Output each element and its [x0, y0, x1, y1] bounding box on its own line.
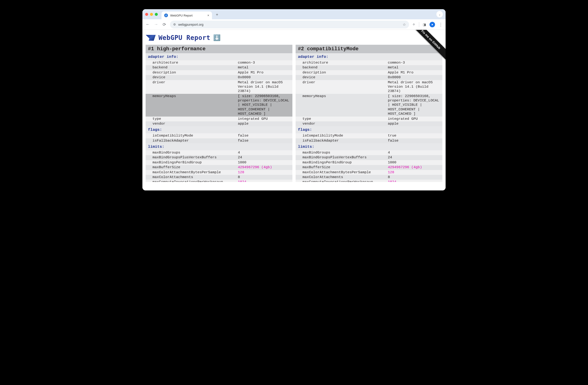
data-row: maxComputeInvocationsPerWorkgroup1024: [146, 180, 292, 182]
section-rows: maxBindGroups4maxBindGroupsPlusVertexBuf…: [296, 150, 442, 182]
row-key: maxBindGroups: [302, 151, 388, 155]
row-value: common-3: [238, 60, 290, 65]
row-key: type: [152, 117, 238, 121]
row-key: maxBufferSize: [152, 165, 238, 170]
data-row: vendorapple: [146, 121, 292, 126]
kebab-menu-icon[interactable]: ⋮: [439, 22, 443, 27]
tab-title: WebGPU Report: [170, 14, 192, 17]
row-key: maxColorAttachments: [302, 175, 388, 179]
row-value: 1024: [238, 180, 290, 182]
row-value: apple: [388, 122, 440, 126]
minimize-window-button[interactable]: [150, 13, 153, 16]
forward-button[interactable]: →: [153, 22, 158, 27]
row-value: 24: [238, 155, 290, 160]
address-bar[interactable]: ⚙ webgpureport.org ☆: [170, 21, 409, 28]
data-row: driverMetal driver on macOS Version 14.1…: [296, 80, 442, 94]
row-key: description: [302, 70, 388, 75]
section-rows: architecturecommon-3backendmetaldescript…: [146, 60, 292, 126]
row-key: isFallbackAdapter: [302, 139, 388, 143]
close-tab-button[interactable]: ×: [208, 14, 209, 17]
report-columns: #1 high-performanceadapter info:architec…: [142, 45, 446, 182]
webgpu-logo-icon: [146, 35, 156, 41]
data-row: vendorapple: [296, 121, 442, 126]
page-header: WebGPU Report ⬇️: [142, 30, 446, 45]
extensions-icon[interactable]: ✧: [412, 22, 415, 27]
row-key: backend: [302, 65, 388, 70]
section-header: adapter info:: [146, 53, 292, 60]
row-value: [ size: 22906503168, properties: DEVICE_…: [388, 94, 440, 116]
row-key: architecture: [302, 60, 388, 65]
data-row: maxBindGroups4: [146, 150, 292, 155]
report-column: #2 compatibilityModeadapter info:archite…: [296, 45, 442, 182]
row-value: Apple M1 Pro: [238, 70, 290, 75]
back-button[interactable]: ←: [145, 22, 150, 27]
row-key: memoryHeaps: [302, 94, 388, 116]
browser-toolbar: ← → ⟳ ⚙ webgpureport.org ☆ ✧ ◨ ● ⋮: [142, 19, 446, 30]
row-value: Metal driver on macOS Version 14.1 (Buil…: [388, 80, 440, 94]
data-row: device0x0000: [296, 75, 442, 80]
bookmark-star-icon[interactable]: ☆: [403, 22, 406, 27]
url-text: webgpureport.org: [178, 23, 204, 26]
row-key: vendor: [152, 122, 238, 126]
new-tab-button[interactable]: +: [214, 12, 220, 18]
row-key: maxBufferSize: [302, 165, 388, 170]
data-row: maxBindingsPerBindGroup1000: [146, 160, 292, 165]
row-value: false: [238, 134, 290, 138]
data-row: maxColorAttachments8: [146, 175, 292, 180]
data-row: maxComputeInvocationsPerWorkgroup1024: [296, 180, 442, 182]
row-key: maxComputeInvocationsPerWorkgroup: [302, 180, 388, 182]
section-rows: maxBindGroups4maxBindGroupsPlusVertexBuf…: [146, 150, 292, 182]
close-window-button[interactable]: [145, 13, 148, 16]
row-key: maxColorAttachmentBytesPerSample: [302, 170, 388, 174]
row-key: maxBindGroups: [152, 151, 238, 155]
row-value: Metal driver on macOS Version 14.1 (Buil…: [238, 80, 290, 94]
row-key: architecture: [152, 60, 238, 65]
section-header: flags:: [146, 126, 292, 133]
row-value: 128: [238, 170, 290, 174]
data-row: descriptionApple M1 Pro: [146, 70, 292, 75]
section-header: limits:: [296, 143, 442, 150]
row-key: vendor: [302, 122, 388, 126]
page-title: WebGPU Report: [158, 34, 210, 41]
row-value: 24: [388, 155, 440, 160]
data-row: maxBindGroupsPlusVertexBuffers24: [146, 155, 292, 160]
download-icon[interactable]: ⬇️: [213, 34, 220, 41]
page-content: Fix me on GitHub WebGPU Report ⬇️ #1 hig…: [142, 30, 446, 191]
data-row: device0x0000: [146, 75, 292, 80]
row-value: apple: [238, 122, 290, 126]
data-row: maxColorAttachmentBytesPerSample128: [296, 170, 442, 175]
column-header: #2 compatibilityMode: [296, 45, 442, 53]
data-row: isCompatibilityModefalse: [146, 133, 292, 138]
row-key: maxBindGroupsPlusVertexBuffers: [152, 155, 238, 160]
row-key: maxColorAttachments: [152, 175, 238, 179]
profile-avatar[interactable]: ●: [430, 22, 435, 27]
row-key: device: [152, 75, 238, 80]
data-row: isCompatibilityModetrue: [296, 133, 442, 138]
data-row: maxBindingsPerBindGroup1000: [296, 160, 442, 165]
tabs-dropdown-button[interactable]: ⌄: [436, 11, 443, 18]
data-row: maxBindGroupsPlusVertexBuffers24: [296, 155, 442, 160]
reload-button[interactable]: ⟳: [162, 22, 167, 27]
data-row: maxBufferSize4294967296 (4gb): [146, 165, 292, 170]
row-value: 4294967296 (4gb): [388, 165, 440, 170]
row-key: isCompatibilityMode: [152, 134, 238, 138]
data-row: architecturecommon-3: [296, 60, 442, 65]
row-key: isCompatibilityMode: [302, 134, 388, 138]
toolbar-right: ✧ ◨ ● ⋮: [412, 22, 443, 27]
row-value: 4: [238, 151, 290, 155]
row-value: 128: [388, 170, 440, 174]
side-panel-icon[interactable]: ◨: [423, 23, 426, 26]
maximize-window-button[interactable]: [155, 13, 158, 16]
data-row: memoryHeaps[ size: 22906503168, properti…: [296, 94, 442, 116]
row-value: metal: [388, 65, 440, 70]
section-header: flags:: [296, 126, 442, 133]
row-key: memoryHeaps: [152, 94, 238, 116]
site-settings-icon[interactable]: ⚙: [173, 23, 176, 26]
section-rows: architecturecommon-3backendmetaldescript…: [296, 60, 442, 126]
row-key: maxComputeInvocationsPerWorkgroup: [152, 180, 238, 182]
data-row: descriptionApple M1 Pro: [296, 70, 442, 75]
browser-tab[interactable]: i WebGPU Report ×: [162, 11, 212, 19]
row-key: maxBindGroupsPlusVertexBuffers: [302, 155, 388, 160]
section-header: adapter info:: [296, 53, 442, 60]
row-key: maxBindingsPerBindGroup: [152, 160, 238, 165]
